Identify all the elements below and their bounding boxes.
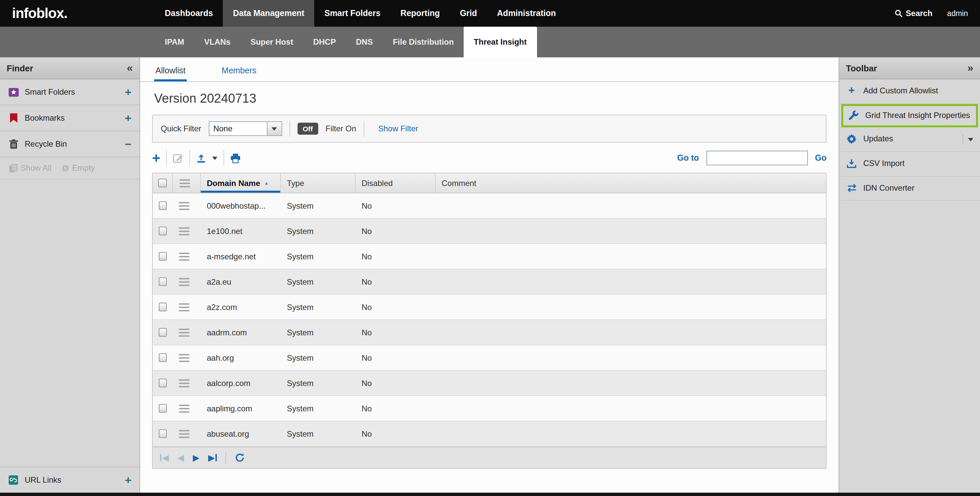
row-menu-icon[interactable]: [179, 227, 189, 235]
subnav-threat-insight[interactable]: Threat Insight: [464, 27, 537, 57]
row-menu-icon[interactable]: [179, 429, 189, 438]
filter-on-label: Filter On: [326, 124, 356, 133]
subnav-file-distribution[interactable]: File Distribution: [383, 27, 464, 57]
column-header-disabled[interactable]: Disabled: [356, 173, 436, 193]
table-row[interactable]: aah.org System No: [153, 345, 826, 371]
add-row-button[interactable]: +: [152, 152, 161, 164]
next-page-button[interactable]: ▶: [193, 453, 199, 462]
row-checkbox[interactable]: [159, 277, 167, 286]
finder-item-bookmarks[interactable]: Bookmarks +: [0, 105, 139, 132]
export-dropdown-icon[interactable]: [213, 156, 218, 160]
row-checkbox[interactable]: [159, 303, 167, 311]
table-row[interactable]: 1e100.net System No: [153, 219, 826, 244]
row-checkbox[interactable]: [159, 404, 167, 413]
toolbar-item-csv-import[interactable]: CSV Import: [839, 152, 980, 176]
toolbar-item-updates[interactable]: Updates: [839, 127, 980, 152]
row-checkbox[interactable]: [159, 429, 167, 438]
add-bookmark-button[interactable]: +: [125, 113, 131, 124]
row-menu-icon[interactable]: [179, 328, 189, 336]
row-menu-icon[interactable]: [179, 354, 189, 362]
cell-type: System: [281, 396, 356, 421]
search-button[interactable]: Search: [894, 9, 932, 18]
go-button[interactable]: Go: [815, 153, 827, 163]
cell-domain: aah.org: [201, 345, 281, 370]
cell-comment: [436, 244, 826, 269]
finder-item-recycle-bin[interactable]: Recycle Bin −: [0, 132, 139, 157]
table-row[interactable]: abuseat.org System No: [153, 422, 826, 447]
nav-data-management[interactable]: Data Management: [223, 0, 315, 27]
cell-comment: [436, 219, 826, 243]
row-menu-icon[interactable]: [179, 202, 189, 210]
collapse-recycle-bin-button[interactable]: −: [125, 138, 131, 150]
header-menu-icon[interactable]: [180, 179, 190, 187]
nav-dashboards[interactable]: Dashboards: [155, 0, 223, 27]
row-checkbox[interactable]: [159, 227, 167, 235]
nav-reporting[interactable]: Reporting: [391, 0, 450, 27]
window-bottom-edge: [0, 493, 980, 496]
bookmark-icon: [8, 113, 19, 123]
nav-administration[interactable]: Administration: [487, 0, 566, 27]
show-filter-link[interactable]: Show Filter: [378, 124, 418, 133]
table-row[interactable]: aaplimg.com System No: [153, 396, 826, 422]
print-icon[interactable]: [231, 153, 241, 163]
filter-toggle-badge[interactable]: Off: [297, 123, 318, 135]
quick-filter-value[interactable]: None: [208, 121, 267, 136]
table-row[interactable]: aadrm.com System No: [153, 320, 826, 345]
table-row[interactable]: a-msedge.net System No: [153, 244, 826, 269]
previous-page-button[interactable]: ◀: [177, 453, 184, 462]
row-checkbox[interactable]: [159, 353, 167, 362]
table-row[interactable]: aalcorp.com System No: [153, 371, 826, 396]
table-row[interactable]: a2z.com System No: [153, 295, 826, 320]
finder-item-url-links[interactable]: URL Links +: [0, 467, 139, 493]
row-menu-icon[interactable]: [179, 303, 189, 311]
row-menu-icon[interactable]: [179, 252, 189, 260]
add-url-link-button[interactable]: +: [125, 474, 131, 486]
subnav-super-host[interactable]: Super Host: [240, 27, 303, 57]
row-checkbox[interactable]: [159, 252, 167, 261]
toolbar-item-idn-converter[interactable]: IDN Converter: [839, 177, 980, 201]
first-page-button[interactable]: ◀: [160, 453, 169, 462]
quick-filter-dropdown[interactable]: None: [208, 121, 282, 136]
row-menu-icon[interactable]: [179, 379, 189, 387]
table-row[interactable]: a2a.eu System No: [153, 269, 826, 295]
cell-comment: [436, 396, 826, 421]
subnav-dhcp[interactable]: DHCP: [303, 27, 346, 57]
row-menu-icon[interactable]: [179, 404, 189, 412]
cell-disabled: No: [356, 320, 436, 345]
toolbar-item-grid-threat-insight-properties[interactable]: Grid Threat Insight Properties: [841, 104, 978, 127]
collapse-finder-icon[interactable]: «: [127, 63, 133, 73]
row-checkbox[interactable]: [159, 379, 167, 387]
tab-allowlist[interactable]: Allowlist: [154, 59, 187, 81]
select-all-checkbox[interactable]: [158, 179, 167, 187]
row-checkbox[interactable]: [159, 201, 167, 210]
updates-dropdown-button[interactable]: [963, 134, 973, 145]
show-all-button[interactable]: Show All: [10, 163, 51, 173]
column-header-type[interactable]: Type: [281, 173, 356, 193]
column-header-comment[interactable]: Comment: [436, 173, 826, 193]
finder-item-smart-folders[interactable]: Smart Folders +: [0, 79, 139, 105]
nav-smart-folders[interactable]: Smart Folders: [314, 0, 390, 27]
subnav-vlans[interactable]: VLANs: [194, 27, 240, 57]
quick-filter-dropdown-button[interactable]: [267, 121, 282, 136]
goto-input[interactable]: [706, 151, 808, 165]
toolbar-item-add-custom-allowlist[interactable]: + Add Custom Allowlist: [839, 79, 980, 104]
tab-members[interactable]: Members: [220, 59, 258, 81]
row-menu-icon[interactable]: [179, 278, 189, 286]
column-header-domain-name[interactable]: Domain Name ▲: [201, 173, 281, 193]
cell-domain: aaplimg.com: [201, 396, 281, 421]
row-checkbox[interactable]: [159, 328, 167, 337]
last-page-button[interactable]: ▶: [208, 453, 217, 462]
refresh-icon[interactable]: [235, 453, 245, 463]
nav-grid[interactable]: Grid: [450, 0, 487, 27]
subnav-ipam[interactable]: IPAM: [155, 27, 194, 57]
add-smart-folder-button[interactable]: +: [125, 86, 131, 98]
edit-icon[interactable]: [173, 153, 184, 163]
empty-recycle-bin-button[interactable]: Ø Empty: [62, 163, 95, 173]
subnav-dns[interactable]: DNS: [346, 27, 383, 57]
recycle-bin-actions: Show All Ø Empty: [0, 157, 139, 179]
username[interactable]: admin: [947, 10, 968, 17]
show-all-label: Show All: [21, 163, 51, 173]
table-row[interactable]: 000webhostap... System No: [153, 193, 826, 219]
expand-toolbar-icon[interactable]: »: [967, 63, 973, 73]
export-icon[interactable]: [196, 153, 207, 163]
